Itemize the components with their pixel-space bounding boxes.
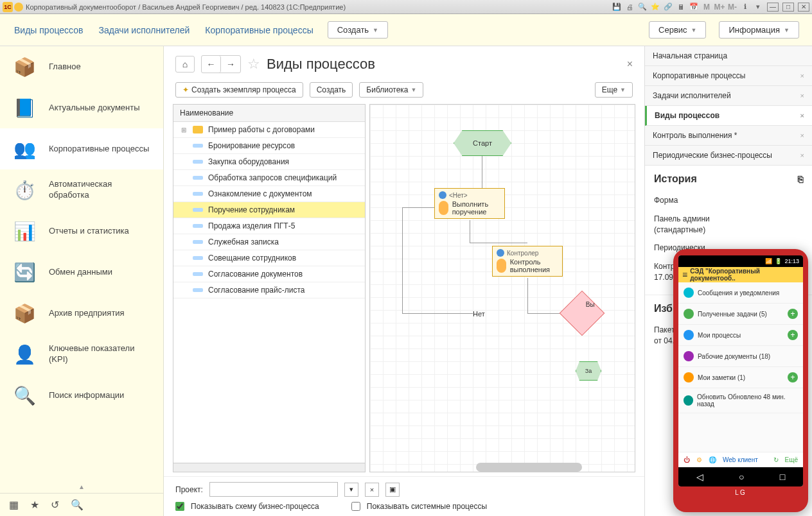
sidebar-item-5[interactable]: 🔄Обмен данными (0, 252, 163, 293)
process-row[interactable]: Согласование прайс-листа (173, 282, 365, 298)
print-icon[interactable]: 🖨 (624, 2, 635, 12)
library-button[interactable]: Библиотека▼ (359, 82, 423, 98)
memory-mminus-button[interactable]: M- (727, 2, 737, 12)
dropdown-icon[interactable]: ▾ (753, 2, 763, 12)
project-dropdown-button[interactable]: ▾ (344, 483, 358, 497)
create-instance-button[interactable]: ✦Создать экземпляр процесса (175, 82, 303, 98)
add-icon[interactable]: + (788, 309, 798, 319)
save-icon[interactable]: 💾 (612, 2, 622, 12)
service-button[interactable]: Сервис▼ (649, 21, 706, 39)
sidebar-item-6[interactable]: 📦Архив предприятия (0, 293, 163, 334)
expand-icon[interactable]: ⊞ (180, 126, 188, 133)
history-item[interactable]: Форма (654, 191, 803, 210)
close-tab-icon[interactable]: × (800, 72, 804, 80)
project-open-button[interactable]: ▣ (385, 483, 400, 497)
right-tab[interactable]: Начальная страница (645, 46, 812, 66)
apps-icon[interactable]: ▦ (9, 499, 19, 511)
diagram-task-1[interactable]: <Нет> Выполнить поручение (434, 188, 505, 219)
right-tab[interactable]: Периодические бизнес-процессы× (645, 146, 812, 166)
sidebar-item-8[interactable]: 🔍Поиск информации (0, 375, 163, 416)
close-tab-icon[interactable]: × (800, 112, 804, 119)
preview-icon[interactable]: 🔍 (637, 2, 648, 12)
search-icon[interactable]: 🔍 (71, 499, 84, 511)
project-clear-button[interactable]: × (365, 483, 379, 497)
sidebar-item-0[interactable]: 📦Главное (0, 46, 163, 87)
process-diagram[interactable]: Старт <Нет> Выполнить поручение Контроле… (369, 104, 635, 472)
horizontal-scrollbar[interactable] (173, 463, 365, 472)
process-row[interactable]: Закупка оборудования (173, 154, 365, 170)
history-settings-icon[interactable]: ⎘ (798, 174, 803, 184)
maximize-button[interactable]: □ (782, 3, 794, 12)
home-button[interactable]: ⌂ (175, 56, 195, 73)
minimize-button[interactable]: — (767, 3, 779, 12)
star-icon[interactable]: ★ (30, 499, 39, 511)
diagram-scrollbar[interactable] (476, 463, 582, 472)
process-row[interactable]: Служебная записка (173, 234, 365, 250)
add-icon[interactable]: + (788, 330, 798, 340)
phone-list-item[interactable]: Рабочие документы (18) (678, 346, 803, 367)
more-button[interactable]: Еще▼ (595, 82, 633, 98)
sidebar-item-2[interactable]: 👥Корпоративные процессы (0, 128, 163, 169)
gear-icon[interactable]: ⚙ (696, 456, 702, 463)
info-icon[interactable]: ℹ (740, 2, 750, 12)
favorite-toggle-icon[interactable]: ☆ (247, 56, 260, 73)
phone-list-item[interactable]: Мои заметки (1)+ (678, 367, 803, 388)
web-client-label[interactable]: Web клиент (723, 456, 758, 463)
scroll-up-icon[interactable]: ▲ (0, 481, 163, 493)
process-row[interactable]: Продажа изделия ПГТ-5 (173, 218, 365, 234)
create-new-button[interactable]: Создать (310, 82, 353, 98)
process-list-header[interactable]: Наименование (173, 105, 365, 122)
show-scheme-checkbox[interactable] (175, 502, 184, 511)
sidebar-item-4[interactable]: 📊Отчеты и статистика (0, 211, 163, 252)
globe-icon[interactable]: 🌐 (709, 456, 716, 463)
information-button[interactable]: Информация▼ (719, 21, 799, 39)
phone-list-item[interactable]: Полученные задачи (5)+ (678, 304, 803, 325)
sidebar-item-7[interactable]: 👤Ключевые показатели (KPI) (0, 334, 163, 375)
power-icon[interactable]: ⏻ (684, 456, 690, 463)
diagram-condition-node[interactable]: Вы (560, 291, 605, 336)
sidebar-item-1[interactable]: 📘Актуальные документы (0, 87, 163, 128)
process-row[interactable]: Ознакомление с документом (173, 186, 365, 202)
app-menu-icon[interactable] (14, 3, 23, 12)
close-button[interactable]: ✕ (798, 3, 809, 12)
close-tab-icon[interactable]: × (800, 132, 804, 139)
project-input[interactable] (209, 482, 338, 497)
close-tab-icon[interactable]: × (800, 151, 804, 159)
history-icon[interactable]: ↺ (51, 499, 59, 511)
phone-more-label[interactable]: Ещё (785, 456, 798, 463)
memory-m-button[interactable]: M (702, 2, 712, 12)
process-row[interactable]: ⊞Пример работы с договорами (173, 122, 365, 138)
process-row[interactable]: Поручение сотрудникам (173, 202, 365, 218)
diagram-end-node[interactable]: За (576, 361, 601, 381)
close-page-button[interactable]: × (627, 58, 633, 70)
right-tab[interactable]: Задачи исполнителей× (645, 86, 812, 106)
phone-list-item[interactable]: Сообщения и уведомления (678, 282, 803, 304)
process-row[interactable]: Бронирование ресурсов (173, 138, 365, 154)
favorite-icon[interactable]: ⭐ (650, 2, 660, 12)
calc-icon[interactable]: 🖩 (676, 2, 686, 12)
process-row[interactable]: Обработка запросов спецификаций (173, 170, 365, 186)
show-system-checkbox[interactable] (351, 502, 360, 511)
memory-mplus-button[interactable]: M+ (714, 2, 725, 12)
tab-executor-tasks[interactable]: Задачи исполнителей (97, 21, 191, 39)
right-tab[interactable]: Корпоративные процессы× (645, 66, 812, 86)
process-row[interactable]: Согласование документов (173, 266, 365, 282)
add-icon[interactable]: + (788, 372, 798, 383)
forward-button[interactable]: → (221, 56, 240, 73)
phone-list-item[interactable]: Мои процессы+ (678, 325, 803, 346)
history-item[interactable]: Панель админи (стандартные) (654, 210, 803, 239)
hamburger-icon[interactable]: ≡ (682, 270, 687, 280)
phone-home-button[interactable]: ○ (739, 472, 744, 482)
back-button[interactable]: ← (202, 56, 221, 73)
link-icon[interactable]: 🔗 (663, 2, 673, 12)
calendar-icon[interactable]: 📅 (689, 2, 699, 12)
close-tab-icon[interactable]: × (800, 92, 804, 99)
diagram-task-2[interactable]: Контролер Контроль выполнения (492, 246, 563, 277)
right-tab[interactable]: Контроль выполнения *× (645, 126, 812, 146)
tab-process-types[interactable]: Виды процессов (13, 21, 84, 39)
refresh-icon[interactable]: ↻ (773, 456, 779, 463)
phone-list-item[interactable]: Обновить Обновлено 48 мин. назад (678, 388, 803, 413)
right-tab[interactable]: Виды процессов× (645, 106, 812, 126)
sidebar-item-3[interactable]: ⏱️Автоматическая обработка (0, 169, 163, 211)
phone-back-button[interactable]: ◁ (696, 472, 703, 482)
